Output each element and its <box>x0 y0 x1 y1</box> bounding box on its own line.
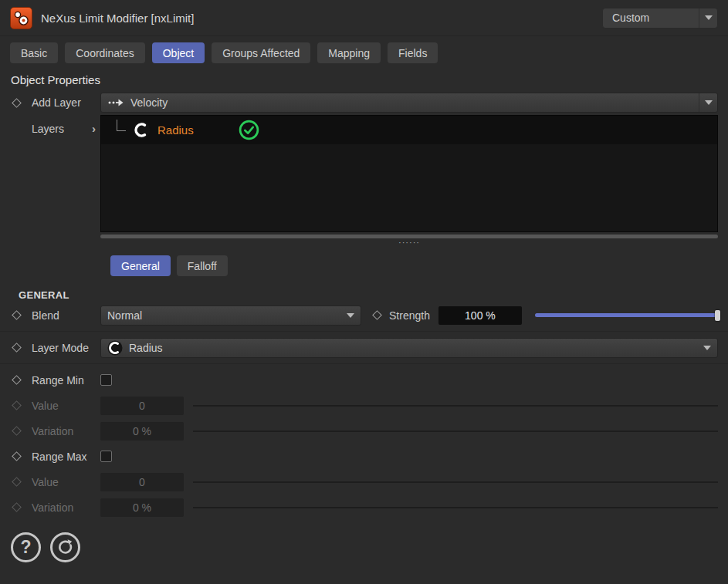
tree-branch-line <box>117 120 126 131</box>
layer-item-name: Radius <box>157 123 194 137</box>
strength-group: Strength 100 % <box>374 306 718 325</box>
disabled-slider-track <box>193 507 718 508</box>
blend-strength-row: Blend Normal Strength 100 % <box>0 302 728 328</box>
variation-max-label: Variation <box>32 501 73 514</box>
blend-dropdown[interactable]: Normal <box>100 306 361 326</box>
variation-min-label-group: Variation <box>13 425 100 437</box>
add-layer-dropdown-arrow[interactable] <box>699 93 717 112</box>
layer-mode-label: Layer Mode <box>32 342 89 354</box>
help-button[interactable]: ? <box>11 532 41 562</box>
chevron-down-icon <box>705 100 713 105</box>
add-layer-dropdown[interactable]: Velocity <box>100 93 718 113</box>
layer-mode-dropdown-arrow[interactable] <box>697 346 717 350</box>
radius-layer-icon <box>107 340 123 356</box>
disabled-slider-track <box>193 481 718 483</box>
layer-mode-dropdown[interactable]: Radius <box>100 338 718 358</box>
chevron-right-icon[interactable]: › <box>92 122 96 135</box>
blend-label: Blend <box>32 309 59 322</box>
strength-value-field[interactable]: 100 % <box>438 306 522 325</box>
value-max-label: Value <box>32 476 59 488</box>
nexus-app-icon <box>10 7 32 29</box>
keyframe-diamond-icon[interactable] <box>372 310 382 320</box>
blend-label-group: Blend <box>13 309 100 322</box>
blend-value: Normal <box>107 309 142 322</box>
add-layer-value: Velocity <box>130 96 168 109</box>
chevron-down-icon <box>703 346 711 350</box>
general-group-header: GENERAL <box>19 289 728 301</box>
value-min-row: Value 0 <box>0 393 728 418</box>
nexus-icon-glyph <box>12 8 31 28</box>
footer-bar: ? <box>0 520 728 562</box>
tab-fields[interactable]: Fields <box>388 42 438 63</box>
layers-label-group: Layers › <box>13 115 100 135</box>
range-min-row: Range Min <box>0 367 728 393</box>
layers-row: Layers › Radius ······ <box>0 115 728 245</box>
keyframe-diamond-icon[interactable] <box>12 375 22 385</box>
keyframe-diamond-icon[interactable] <box>12 98 22 108</box>
range-max-row: Range Max <box>0 444 728 469</box>
value-min-field: 0 <box>100 397 184 415</box>
preset-dropdown-arrow[interactable] <box>699 8 717 28</box>
value-min-label: Value <box>32 400 59 412</box>
radius-layer-icon <box>133 121 151 139</box>
add-layer-row: Add Layer Velocity <box>0 91 728 114</box>
separator <box>0 363 728 364</box>
value-max-field: 0 <box>100 473 184 491</box>
keyframe-diamond-icon[interactable] <box>12 343 22 353</box>
layer-mode-row: Layer Mode Radius <box>0 335 728 360</box>
subtab-falloff[interactable]: Falloff <box>177 255 228 276</box>
strength-label: Strength <box>389 309 430 322</box>
layers-label: Layers <box>32 123 64 135</box>
disabled-slider-track <box>193 405 718 407</box>
keyframe-diamond-icon[interactable] <box>12 310 22 320</box>
value-min-label-group: Value <box>13 400 100 412</box>
panel-resize-grip[interactable]: ······ <box>100 239 718 245</box>
tab-coordinates[interactable]: Coordinates <box>65 42 145 63</box>
tab-groups-affected[interactable]: Groups Affected <box>212 42 310 63</box>
variation-min-label: Variation <box>32 425 73 437</box>
disabled-slider-track <box>193 430 718 432</box>
strength-slider[interactable] <box>535 309 718 322</box>
preset-dropdown[interactable]: Custom <box>602 8 718 29</box>
layer-mode-label-group: Layer Mode <box>13 342 100 354</box>
strength-slider-handle[interactable] <box>715 310 720 321</box>
range-max-label: Range Max <box>32 451 87 463</box>
add-layer-label-group: Add Layer <box>13 96 100 109</box>
value-max-label-group: Value <box>13 476 100 488</box>
keyframe-diamond-icon[interactable] <box>12 451 22 461</box>
reset-button[interactable] <box>50 532 80 562</box>
strength-slider-fill <box>535 313 718 317</box>
layer-list-item-radius[interactable]: Radius <box>101 116 717 144</box>
layer-list-panel: Radius <box>100 115 718 232</box>
tab-object[interactable]: Object <box>152 42 205 63</box>
chevron-down-icon <box>347 313 354 318</box>
keyframe-diamond-icon <box>12 426 22 436</box>
tab-basic[interactable]: Basic <box>10 42 58 63</box>
subtab-general[interactable]: General <box>110 255 171 276</box>
section-title-object-properties: Object Properties <box>11 73 728 86</box>
preset-dropdown-value: Custom <box>603 12 699 24</box>
chevron-down-icon <box>705 15 713 20</box>
range-max-checkbox[interactable] <box>100 451 112 462</box>
window-title: NeXus Limit Modifier [nxLimit] <box>41 12 194 25</box>
variation-max-field: 0 % <box>100 498 184 517</box>
blend-dropdown-arrow[interactable] <box>340 313 361 318</box>
keyframe-diamond-icon <box>12 502 22 512</box>
main-tab-row: Basic Coordinates Object Groups Affected… <box>0 36 728 63</box>
question-mark-icon: ? <box>20 537 31 558</box>
velocity-icon <box>107 98 124 107</box>
enabled-check-icon[interactable] <box>239 120 259 140</box>
sub-tab-row: General Falloff <box>110 255 728 276</box>
variation-min-row: Variation 0 % <box>0 418 728 444</box>
separator <box>0 331 728 332</box>
add-layer-label: Add Layer <box>32 96 81 109</box>
keyframe-diamond-icon <box>12 400 22 410</box>
range-min-checkbox[interactable] <box>100 374 112 386</box>
variation-max-label-group: Variation <box>13 501 100 514</box>
value-max-row: Value 0 <box>0 469 728 495</box>
tab-mapping[interactable]: Mapping <box>317 42 381 63</box>
layer-mode-value: Radius <box>129 342 163 354</box>
range-max-label-group: Range Max <box>13 451 100 463</box>
variation-max-row: Variation 0 % <box>0 495 728 520</box>
title-bar: NeXus Limit Modifier [nxLimit] Custom <box>0 0 728 36</box>
